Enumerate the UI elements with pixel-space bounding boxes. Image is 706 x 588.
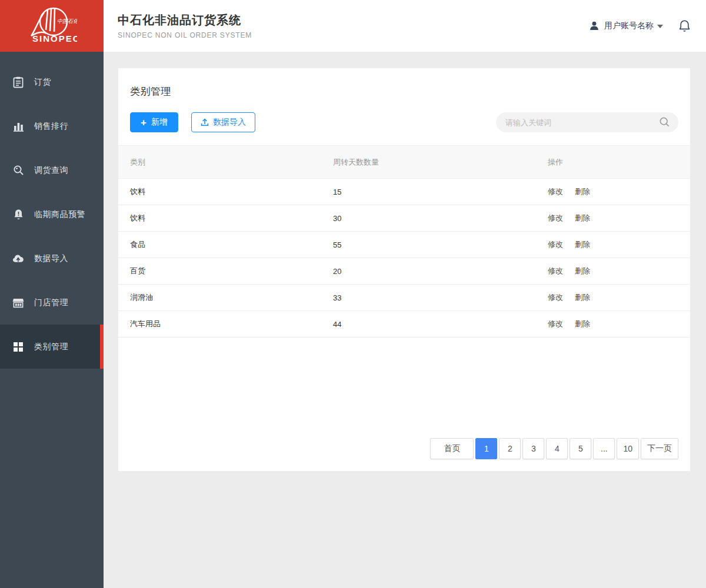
sidebar-item-label: 调货查询: [34, 165, 68, 176]
edit-link[interactable]: 修改: [548, 292, 563, 303]
edit-link[interactable]: 修改: [548, 239, 563, 250]
column-header-turnover-days: 周转天数数量: [333, 146, 548, 179]
edit-link[interactable]: 修改: [548, 213, 563, 223]
pagination-page-10[interactable]: 10: [617, 438, 639, 459]
table-row: 润滑油 33 修改删除: [118, 285, 690, 311]
sidebar-item-leibieguanli[interactable]: 类别管理: [0, 325, 104, 369]
sidebar-item-shujudaoru[interactable]: 数据导入: [0, 236, 104, 280]
search-box: [496, 112, 678, 132]
bell-icon: [678, 19, 691, 33]
sidebar-item-label: 类别管理: [34, 342, 68, 352]
cell-category: 润滑油: [118, 285, 333, 311]
pagination-next-button[interactable]: 下一页: [641, 438, 678, 459]
toolbar: + 新增 数据导入: [118, 98, 690, 145]
upload-icon: [201, 118, 209, 126]
user-account-menu[interactable]: 用户账号名称: [589, 21, 663, 31]
app-header: 中石化非油品订货系统 SINOPEC NON OIL ORDER SYSTEM …: [104, 0, 706, 52]
page-title: 类别管理: [118, 68, 690, 98]
table-row: 百货 20 修改删除: [118, 258, 690, 285]
cell-turnover-days: 30: [333, 205, 548, 232]
sidebar-item-dinghuo[interactable]: 订货: [0, 60, 104, 104]
toolbar-buttons: + 新增 数据导入: [130, 112, 255, 132]
data-import-button-label: 数据导入: [213, 117, 246, 128]
delete-link[interactable]: 删除: [575, 239, 590, 250]
user-area: 用户账号名称: [589, 19, 691, 33]
clipboard-icon: [12, 76, 24, 88]
edit-link[interactable]: 修改: [548, 186, 563, 197]
search-icon[interactable]: [659, 116, 670, 128]
sidebar-item-xiaoshoupaihang[interactable]: 销售排行: [0, 104, 104, 148]
sinopec-logo: 中国石化 SINOPEC: [0, 0, 104, 52]
category-management-card: 类别管理 + 新增 数据导入: [118, 68, 690, 471]
cell-turnover-days: 20: [333, 258, 548, 285]
main-content: 类别管理 + 新增 数据导入: [104, 52, 706, 588]
topbar: 中国石化 SINOPEC 中石化非油品订货系统 SINOPEC NON OIL …: [0, 0, 706, 52]
cell-category: 食品: [118, 232, 333, 258]
delete-link[interactable]: 删除: [575, 266, 590, 276]
pagination-first-button[interactable]: 首页: [430, 438, 474, 459]
cell-turnover-days: 44: [333, 311, 548, 338]
chevron-down-icon: [657, 25, 663, 28]
cell-category: 饮料: [118, 179, 333, 205]
cell-category: 汽车用品: [118, 311, 333, 338]
edit-link[interactable]: 修改: [548, 319, 563, 329]
pagination-page-5[interactable]: 5: [570, 438, 591, 459]
sidebar-item-label: 销售排行: [34, 121, 68, 132]
sidebar-item-mendianguanli[interactable]: 门店管理: [0, 280, 104, 325]
sidebar-item-label: 临期商品预警: [34, 209, 85, 220]
app-titles: 中石化非油品订货系统 SINOPEC NON OIL ORDER SYSTEM: [118, 12, 252, 39]
sidebar-item-diaohuochaxun[interactable]: 调货查询: [0, 148, 104, 192]
app-title: 中石化非油品订货系统: [118, 12, 252, 28]
pagination-page-4[interactable]: 4: [546, 438, 568, 459]
sidebar-item-linqiyujing[interactable]: 临期商品预警: [0, 192, 104, 236]
app-subtitle: SINOPEC NON OIL ORDER SYSTEM: [118, 31, 252, 39]
search-input[interactable]: [496, 112, 678, 132]
delete-link[interactable]: 删除: [575, 319, 590, 329]
sidebar-item-label: 订货: [34, 77, 51, 88]
notification-bell-button[interactable]: [678, 19, 691, 33]
sidebar: 订货 销售排行 调货查询 临期商品预警 数据导入 门店管理 类别管理: [0, 52, 104, 588]
cell-category: 百货: [118, 258, 333, 285]
cell-turnover-days: 55: [333, 232, 548, 258]
add-button-label: 新增: [151, 117, 168, 128]
pagination-ellipsis[interactable]: ...: [593, 438, 615, 459]
svg-text:SINOPEC: SINOPEC: [32, 34, 77, 44]
plus-icon: +: [141, 118, 146, 128]
pagination-page-2[interactable]: 2: [499, 438, 521, 459]
bell-alert-icon: [12, 209, 24, 220]
user-account-name: 用户账号名称: [604, 21, 654, 31]
pagination-page-1[interactable]: 1: [475, 438, 497, 459]
data-import-button[interactable]: 数据导入: [191, 112, 255, 132]
table-row: 食品 55 修改删除: [118, 232, 690, 258]
edit-link[interactable]: 修改: [548, 266, 563, 276]
pagination: 首页 1 2 3 4 5 ... 10 下一页: [430, 438, 678, 459]
sidebar-item-label: 门店管理: [34, 298, 68, 308]
magnifier-icon: [12, 165, 24, 176]
cloud-upload-icon: [12, 253, 24, 265]
delete-link[interactable]: 删除: [575, 186, 590, 197]
table-header-row: 类别 周转天数数量 操作: [118, 146, 690, 179]
table-row: 饮料 15 修改删除: [118, 179, 690, 205]
column-header-actions: 操作: [548, 146, 690, 179]
cell-turnover-days: 33: [333, 285, 548, 311]
column-header-category: 类别: [118, 146, 333, 179]
table-row: 饮料 30 修改删除: [118, 205, 690, 232]
cell-category: 饮料: [118, 205, 333, 232]
grid-icon: [12, 341, 24, 353]
table-row: 汽车用品 44 修改删除: [118, 311, 690, 338]
delete-link[interactable]: 删除: [575, 213, 590, 223]
store-icon: [12, 297, 24, 309]
sidebar-item-label: 数据导入: [34, 253, 68, 264]
pagination-page-3[interactable]: 3: [522, 438, 544, 459]
sinopec-logo-icon: 中国石化 SINOPEC: [26, 5, 77, 46]
cell-turnover-days: 15: [333, 179, 548, 205]
svg-text:中国石化: 中国石化: [57, 18, 77, 24]
delete-link[interactable]: 删除: [575, 292, 590, 303]
add-button[interactable]: + 新增: [130, 112, 178, 132]
bar-chart-icon: [12, 121, 24, 132]
user-icon: [589, 21, 600, 31]
category-table: 类别 周转天数数量 操作 饮料 15 修改删除 饮料 30 修改删除 食品: [118, 145, 690, 338]
